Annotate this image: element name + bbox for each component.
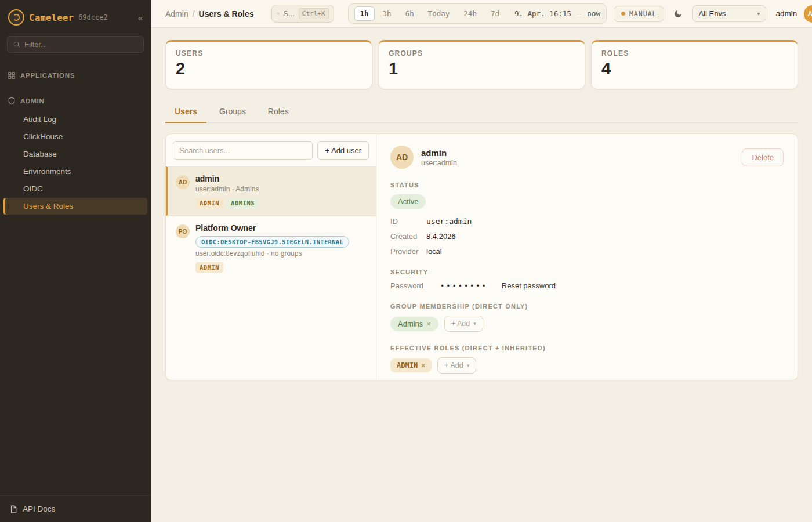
- sidebar-section-admin[interactable]: ADMIN: [0, 92, 151, 110]
- refresh-status-dot-icon: [621, 12, 625, 16]
- sidebar-nav: APPLICATIONS ADMIN Audit Log ClickHouse …: [0, 59, 151, 495]
- moon-icon: [673, 9, 683, 19]
- current-username: admin: [775, 9, 797, 18]
- role-chip-label: ADMIN: [397, 361, 418, 369]
- add-role-label: + Add: [444, 361, 463, 369]
- avatar: AD: [176, 175, 190, 189]
- add-user-button[interactable]: + Add user: [317, 141, 369, 160]
- sidebar-item-database[interactable]: Database: [3, 146, 147, 162]
- sidebar-admin-items: Audit Log ClickHouse Database Environmen…: [0, 111, 151, 215]
- sidebar-item-clickhouse[interactable]: ClickHouse: [3, 128, 147, 145]
- stat-card-users: USERS 2: [165, 40, 372, 89]
- effective-roles-chips: ADMIN × + Add ▾: [390, 357, 784, 374]
- provider-field-label: Provider: [390, 247, 426, 256]
- tab-users[interactable]: Users: [165, 102, 206, 123]
- sidebar: Cameleer 69dcce2 « APPLICATIONS ADMIN Au…: [0, 0, 151, 522]
- search-shortcut-kbd: Ctrl+K: [299, 8, 329, 19]
- app-logo-icon: [8, 9, 24, 26]
- api-docs-link[interactable]: API Docs: [0, 495, 151, 522]
- app-root: Cameleer 69dcce2 « APPLICATIONS ADMIN Au…: [0, 0, 812, 522]
- avatar: PO: [176, 224, 190, 238]
- close-icon[interactable]: ×: [426, 320, 431, 328]
- time-range-group: 1h 3h 6h Today 24h 7d 9. Apr. 16:15 – no…: [348, 3, 607, 24]
- stat-card-roles: ROLES 4: [591, 40, 798, 89]
- user-list-item-admin[interactable]: AD admin user:admin · Admins ADMIN ADMIN…: [166, 166, 376, 216]
- theme-toggle-button[interactable]: [671, 7, 685, 21]
- build-id: 69dcce2: [78, 13, 108, 21]
- delete-user-button[interactable]: Delete: [742, 148, 784, 166]
- password-label: Password: [390, 281, 426, 290]
- sidebar-filter: [7, 36, 144, 53]
- time-to[interactable]: now: [587, 9, 600, 18]
- sidebar-item-oidc[interactable]: OIDC: [3, 180, 147, 197]
- role-chip-admin[interactable]: ADMIN ×: [390, 358, 432, 372]
- refresh-mode-label: MANUAL: [629, 10, 657, 18]
- sidebar-item-users-roles[interactable]: Users & Roles: [3, 198, 147, 215]
- user-item-meta: user:oidc:8evzqofluhld · no groups: [195, 249, 349, 258]
- environment-select[interactable]: All Envs ▾: [692, 5, 766, 22]
- user-avatar[interactable]: AD: [804, 5, 812, 23]
- user-list-item-platform-owner[interactable]: PO Platform Owner OIDC:DESKTOP-FB5VGJ9.S…: [166, 216, 376, 280]
- sidebar-collapse-icon[interactable]: «: [138, 13, 143, 23]
- breadcrumb-current: Users & Roles: [199, 9, 254, 19]
- chevron-down-icon: ▾: [467, 362, 470, 368]
- user-item-name: admin: [195, 174, 259, 183]
- range-today-button[interactable]: Today: [422, 6, 456, 21]
- user-item-body: admin user:admin · Admins ADMIN ADMINS: [195, 174, 259, 208]
- page-content: USERS 2 GROUPS 1 ROLES 4 Users Groups Ro…: [151, 28, 812, 522]
- stat-card-groups: GROUPS 1: [378, 40, 585, 89]
- stat-label: USERS: [176, 49, 362, 57]
- shield-icon: [8, 97, 16, 105]
- sidebar-section-applications[interactable]: APPLICATIONS: [0, 67, 151, 84]
- global-search[interactable]: S... Ctrl+K: [271, 5, 334, 23]
- range-1h-button[interactable]: 1h: [354, 6, 375, 21]
- stat-label: ROLES: [601, 49, 788, 57]
- id-field-value: user:admin: [426, 217, 784, 226]
- group-membership-heading: GROUP MEMBERSHIP (DIRECT ONLY): [390, 303, 784, 310]
- status-heading: STATUS: [390, 182, 784, 188]
- group-chip-label: Admins: [398, 320, 423, 328]
- sidebar-item-environments[interactable]: Environments: [3, 163, 147, 180]
- reset-password-link[interactable]: Reset password: [502, 281, 556, 290]
- user-detail-subtitle: user:admin: [421, 159, 457, 167]
- app-name: Cameleer: [29, 12, 74, 23]
- range-3h-button[interactable]: 3h: [377, 6, 397, 21]
- range-7d-button[interactable]: 7d: [485, 6, 505, 21]
- tab-groups[interactable]: Groups: [210, 102, 255, 123]
- user-detail-title: admin user:admin: [421, 148, 457, 167]
- sidebar-header: Cameleer 69dcce2 «: [0, 0, 151, 34]
- time-from[interactable]: 9. Apr. 16:15: [514, 9, 571, 18]
- top-bar: Admin / Users & Roles S... Ctrl+K 1h 3h …: [151, 0, 812, 28]
- oidc-provider-badge: OIDC:DESKTOP-FB5VGJ9.SIEGELN.INTERNAL: [195, 236, 349, 248]
- add-role-button[interactable]: + Add ▾: [437, 357, 476, 374]
- stat-label: GROUPS: [389, 49, 575, 57]
- breadcrumb-separator: /: [193, 9, 195, 19]
- sidebar-item-audit-log[interactable]: Audit Log: [3, 111, 147, 128]
- stat-value: 2: [176, 59, 362, 78]
- add-group-button[interactable]: + Add ▾: [444, 316, 483, 332]
- applications-icon: [8, 71, 16, 79]
- breadcrumb-admin[interactable]: Admin: [165, 9, 188, 19]
- stats-row: USERS 2 GROUPS 1 ROLES 4: [165, 40, 798, 89]
- status-badge-label: Active: [398, 197, 418, 206]
- refresh-mode-button[interactable]: MANUAL: [614, 6, 665, 22]
- user-detail-pane: AD admin user:admin Delete STATUS Active…: [376, 134, 798, 380]
- range-6h-button[interactable]: 6h: [400, 6, 420, 21]
- tab-roles[interactable]: Roles: [259, 102, 298, 123]
- password-row: Password •••••••• Reset password: [390, 281, 784, 290]
- search-users-input[interactable]: [173, 141, 313, 160]
- id-field-label: ID: [390, 217, 426, 226]
- group-chip-admins[interactable]: Admins ×: [390, 317, 438, 331]
- tab-bar: Users Groups Roles: [165, 102, 798, 123]
- close-icon[interactable]: ×: [421, 361, 425, 369]
- range-24h-button[interactable]: 24h: [458, 6, 483, 21]
- stat-value: 4: [601, 59, 788, 78]
- search-icon: [277, 10, 280, 17]
- user-detail-header: AD admin user:admin Delete: [390, 146, 784, 169]
- sidebar-filter-input[interactable]: [24, 40, 138, 49]
- sidebar-section-label: ADMIN: [20, 97, 45, 104]
- created-field-value: 8.4.2026: [426, 232, 784, 241]
- effective-roles-heading: EFFECTIVE ROLES (DIRECT + INHERITED): [390, 345, 784, 351]
- provider-field-value: local: [426, 247, 784, 256]
- api-docs-icon: [9, 505, 17, 513]
